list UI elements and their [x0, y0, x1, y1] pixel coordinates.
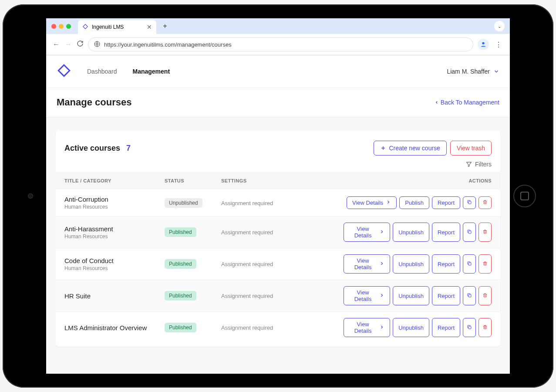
chevron-right-icon [379, 324, 384, 331]
page-header: Manage courses Back To Management [46, 88, 510, 117]
status-badge: Published [165, 291, 196, 301]
card-title: Active courses [64, 144, 120, 153]
url-text: https://your.ingenuitilms.com/management… [104, 41, 232, 48]
report-button[interactable]: Report [432, 254, 460, 274]
chevron-right-icon [386, 199, 391, 206]
view-details-button[interactable]: View Details [344, 254, 390, 274]
copy-icon [467, 324, 472, 331]
back-to-management-link[interactable]: Back To Management [435, 99, 499, 106]
tablet-home-button[interactable] [513, 185, 536, 207]
table-row: HR SuitePublishedAssignment requiredView… [56, 280, 500, 312]
view-details-button[interactable]: View Details [344, 223, 390, 242]
settings-text: Assignment required [221, 293, 273, 299]
page-title: Manage courses [57, 97, 131, 108]
filter-icon [465, 161, 472, 168]
browser-menu-icon[interactable]: ⋮ [493, 41, 504, 49]
address-bar[interactable]: https://your.ingenuitilms.com/management… [88, 37, 473, 51]
plus-icon [380, 145, 386, 151]
browser-tab[interactable]: Ingenuiti LMS ✕ [78, 20, 156, 34]
copy-icon [467, 293, 472, 299]
column-settings: SETTINGS [221, 178, 344, 183]
course-title: Anti-Corruption [64, 196, 165, 203]
svg-point-1 [482, 42, 484, 44]
settings-text: Assignment required [221, 200, 273, 206]
report-button[interactable]: Report [432, 318, 460, 337]
view-details-button[interactable]: View Details [344, 318, 390, 337]
create-course-button[interactable]: Create new course [374, 141, 447, 155]
course-title: Code of Conduct [64, 257, 165, 264]
copy-button[interactable] [463, 254, 476, 274]
nav-management[interactable]: Management [133, 68, 170, 75]
svg-rect-4 [468, 263, 471, 265]
close-window-icon[interactable] [51, 24, 56, 29]
course-category: Human Resources [64, 233, 165, 240]
report-button[interactable]: Report [432, 196, 460, 209]
table-head: TITLE / CATEGORY STATUS SETTINGS ACTIONS [56, 172, 500, 189]
svg-rect-6 [468, 326, 471, 329]
copy-button[interactable] [463, 286, 476, 305]
close-tab-icon[interactable]: ✕ [147, 24, 152, 30]
courses-table: TITLE / CATEGORY STATUS SETTINGS ACTIONS… [56, 172, 500, 343]
tab-title: Ingenuiti LMS [92, 24, 124, 30]
course-count: 7 [126, 144, 131, 153]
trash-icon [482, 229, 488, 236]
copy-icon [467, 199, 472, 206]
chevron-left-icon [435, 100, 439, 105]
table-row: Code of ConductHuman ResourcesPublishedA… [56, 248, 500, 280]
back-icon[interactable]: ← [52, 41, 60, 48]
copy-icon [467, 261, 472, 267]
copy-button[interactable] [463, 318, 476, 337]
browser-chrome: Ingenuiti LMS ✕ + ⌄ ← → https://your.ing… [46, 18, 510, 55]
minimize-window-icon[interactable] [59, 24, 64, 29]
user-menu[interactable]: Liam M. Shaffer [447, 68, 499, 75]
delete-button[interactable] [478, 286, 492, 305]
diamond-icon [82, 24, 88, 31]
delete-button[interactable] [478, 196, 492, 209]
status-badge: Published [165, 323, 196, 332]
view-details-button[interactable]: View Details [344, 286, 390, 305]
chevron-right-icon [379, 293, 384, 299]
view-trash-button[interactable]: View trash [450, 141, 492, 155]
chevron-right-icon [379, 261, 384, 267]
delete-button[interactable] [478, 318, 492, 337]
new-tab-button[interactable]: + [160, 21, 170, 31]
status-badge: Published [165, 227, 196, 237]
app-header: Dashboard Management Liam M. Shaffer [46, 55, 510, 88]
reload-icon[interactable] [77, 40, 84, 49]
filters-button[interactable]: Filters [465, 161, 492, 168]
tabs-overflow-icon[interactable]: ⌄ [494, 21, 505, 31]
unpublish-button[interactable]: Unpublish [393, 318, 429, 337]
globe-icon [94, 41, 101, 49]
trash-icon [482, 293, 488, 299]
tablet-frame: Ingenuiti LMS ✕ + ⌄ ← → https://your.ing… [3, 4, 553, 388]
status-badge: Unpublished [165, 198, 202, 208]
window-controls [51, 24, 71, 29]
svg-rect-2 [468, 201, 471, 204]
course-title: LMS Administrator Overview [64, 324, 165, 331]
view-details-button[interactable]: View Details [347, 196, 397, 209]
unpublish-button[interactable]: Unpublish [393, 286, 429, 305]
copy-icon [467, 229, 472, 236]
report-button[interactable]: Report [432, 286, 460, 305]
copy-button[interactable] [463, 223, 476, 242]
column-status: STATUS [165, 178, 221, 183]
table-row: LMS Administrator OverviewPublishedAssig… [56, 312, 500, 343]
column-title: TITLE / CATEGORY [64, 178, 165, 183]
unpublish-button[interactable]: Unpublish [393, 254, 429, 274]
settings-text: Assignment required [221, 229, 273, 236]
chevron-right-icon [379, 229, 384, 236]
status-badge: Published [165, 259, 196, 269]
logo-diamond-icon[interactable] [57, 63, 71, 80]
browser-profile-icon[interactable] [478, 39, 489, 50]
content-area: Active courses 7 Create new course View … [46, 117, 510, 374]
delete-button[interactable] [478, 254, 492, 274]
nav-dashboard[interactable]: Dashboard [87, 68, 117, 75]
unpublish-button[interactable]: Unpublish [393, 223, 429, 242]
svg-rect-3 [468, 231, 471, 233]
publish-button[interactable]: Publish [399, 196, 429, 209]
maximize-window-icon[interactable] [66, 24, 71, 29]
forward-icon[interactable]: → [64, 41, 72, 48]
delete-button[interactable] [478, 223, 492, 242]
copy-button[interactable] [463, 196, 476, 209]
report-button[interactable]: Report [432, 223, 460, 242]
